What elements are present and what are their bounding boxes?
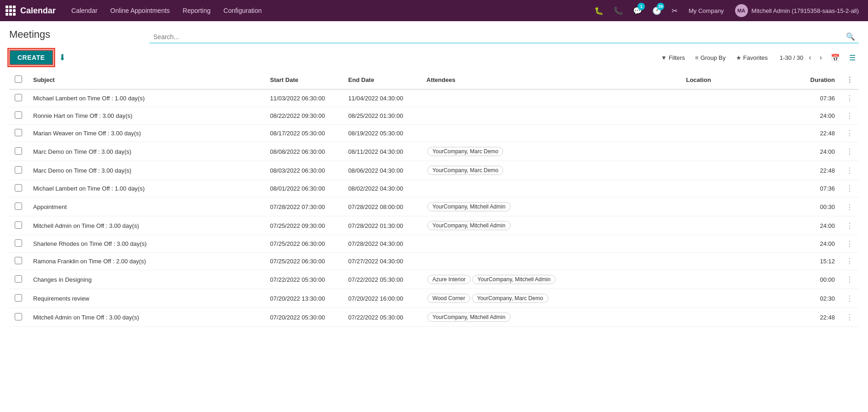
row-options-icon[interactable]: ⋮ [846, 276, 853, 284]
user-name: Mitchell Admin (17915358-saas-15-2-all) [752, 7, 859, 14]
create-button[interactable]: CREATE [9, 50, 53, 65]
attendee-badge[interactable]: YourCompany, Marc Demo [472, 294, 548, 303]
attendee-badge[interactable]: YourCompany, Mitchell Admin [427, 313, 511, 322]
favorites-button[interactable]: ★ Favorites [731, 52, 772, 64]
row-subject[interactable]: Changes in Designing [28, 270, 264, 289]
row-options-icon[interactable]: ⋮ [846, 313, 853, 321]
menu-item-reporting[interactable]: Reporting [176, 0, 217, 21]
row-duration: 07:36 [799, 89, 840, 107]
row-location [680, 308, 799, 327]
row-end-date: 07/27/2022 04:30:00 [343, 253, 421, 270]
row-options-icon[interactable]: ⋮ [846, 129, 853, 137]
attendee-badge[interactable]: YourCompany, Marc Demo [427, 147, 503, 156]
row-end-date: 07/20/2022 16:00:00 [343, 289, 421, 308]
row-checkbox[interactable] [15, 184, 22, 191]
pagination-info: 1-30 / 30 ‹ › 📅 ☰ [780, 52, 859, 64]
select-all-checkbox[interactable] [15, 75, 22, 83]
row-subject[interactable]: Sharlene Rhodes on Time Off : 3.00 day(s… [28, 235, 264, 253]
row-options-icon[interactable]: ⋮ [846, 112, 853, 120]
row-duration: 22:48 [799, 125, 840, 142]
row-duration: 24:00 [799, 216, 840, 235]
row-subject[interactable]: Marian Weaver on Time Off : 3.00 day(s) [28, 125, 264, 142]
col-header-attendees[interactable]: Attendees [421, 71, 680, 89]
row-subject[interactable]: Mitchell Admin on Time Off : 3.00 day(s) [28, 308, 264, 327]
row-options-icon[interactable]: ⋮ [846, 148, 853, 156]
row-checkbox[interactable] [15, 221, 22, 229]
row-checkbox[interactable] [15, 313, 22, 320]
apps-grid-icon[interactable] [6, 6, 16, 16]
row-subject[interactable]: Marc Demo on Time Off : 3.00 day(s) [28, 161, 264, 180]
col-header-location[interactable]: Location [680, 71, 799, 89]
row-checkbox[interactable] [15, 129, 22, 136]
search-input[interactable] [153, 33, 843, 41]
menu-item-online-appointments[interactable]: Online Appointments [104, 0, 176, 21]
search-icon[interactable]: 🔍 [846, 32, 855, 41]
row-options-icon[interactable]: ⋮ [846, 167, 853, 174]
row-options-icon[interactable]: ⋮ [846, 94, 853, 102]
filters-button[interactable]: ▼ Filters [656, 52, 690, 64]
attendee-badge[interactable]: YourCompany, Marc Demo [427, 166, 503, 175]
list-view-button[interactable]: ☰ [846, 52, 859, 64]
pagination-prev-button[interactable]: ‹ [806, 52, 814, 63]
scissors-icon-btn[interactable]: ✂ [668, 0, 681, 21]
filter-row: ▼ Filters ≡ Group By ★ Favorites [656, 52, 772, 64]
attendee-badge[interactable]: Azure Interior [427, 275, 471, 284]
row-end-date: 08/06/2022 04:30:00 [343, 161, 421, 180]
row-options-icon[interactable]: ⋮ [846, 240, 853, 248]
attendee-badge[interactable]: YourCompany, Mitchell Admin [472, 275, 556, 284]
row-checkbox-cell [9, 180, 28, 197]
row-options-icon[interactable]: ⋮ [846, 203, 853, 211]
top-navigation: Calendar Calendar Online Appointments Re… [0, 0, 868, 21]
menu-item-configuration[interactable]: Configuration [217, 0, 268, 21]
row-checkbox[interactable] [15, 203, 22, 210]
row-subject[interactable]: Ramona Franklin on Time Off : 2.00 day(s… [28, 253, 264, 270]
row-subject[interactable]: Marc Demo on Time Off : 3.00 day(s) [28, 142, 264, 161]
bug-icon-btn[interactable]: 🐛 [591, 0, 607, 21]
col-header-start-date[interactable]: Start Date [264, 71, 343, 89]
row-subject[interactable]: Mitchell Admin on Time Off : 3.00 day(s) [28, 216, 264, 235]
column-options-icon[interactable]: ⋮ [846, 76, 853, 84]
row-attendees: YourCompany, Marc Demo [421, 161, 680, 180]
row-checkbox[interactable] [15, 294, 22, 302]
table-row: Ramona Franklin on Time Off : 2.00 day(s… [9, 253, 859, 270]
row-checkbox[interactable] [15, 239, 22, 247]
row-subject[interactable]: Ronnie Hart on Time Off : 3.00 day(s) [28, 107, 264, 125]
attendee-badge[interactable]: Wood Corner [427, 294, 470, 303]
row-subject[interactable]: Requirements review [28, 289, 264, 308]
row-checkbox[interactable] [15, 111, 22, 119]
download-icon[interactable]: ⬇ [57, 51, 68, 64]
row-subject[interactable]: Appointment [28, 197, 264, 216]
row-subject[interactable]: Michael Lambert on Time Off : 1.00 day(s… [28, 180, 264, 197]
page-title: Meetings [9, 29, 50, 41]
clock-icon-btn[interactable]: 🕐 39 [649, 0, 665, 21]
row-checkbox[interactable] [15, 166, 22, 174]
row-checkbox-cell [9, 308, 28, 327]
bug-icon: 🐛 [594, 6, 604, 15]
row-checkbox[interactable] [15, 147, 22, 155]
row-options-icon[interactable]: ⋮ [846, 185, 853, 192]
company-name[interactable]: My Company [684, 7, 729, 14]
row-duration: 22:48 [799, 161, 840, 180]
row-checkbox[interactable] [15, 275, 22, 283]
col-header-duration[interactable]: Duration [799, 71, 840, 89]
attendee-badge[interactable]: YourCompany, Mitchell Admin [427, 202, 511, 211]
row-subject[interactable]: Michael Lambert on Time Off : 1.00 day(s… [28, 89, 264, 107]
pagination-next-button[interactable]: › [817, 52, 825, 63]
row-checkbox[interactable] [15, 257, 22, 264]
row-options-icon[interactable]: ⋮ [846, 257, 853, 265]
col-header-subject[interactable]: Subject [28, 71, 264, 89]
user-menu[interactable]: MA Mitchell Admin (17915358-saas-15-2-al… [731, 4, 862, 17]
row-options-icon[interactable]: ⋮ [846, 295, 853, 302]
row-options-cell: ⋮ [840, 253, 859, 270]
row-options-cell: ⋮ [840, 216, 859, 235]
col-header-end-date[interactable]: End Date [343, 71, 421, 89]
chat-icon-btn[interactable]: 💬 1 [629, 0, 646, 21]
calendar-view-button[interactable]: 📅 [828, 52, 843, 64]
row-options-icon[interactable]: ⋮ [846, 222, 853, 230]
attendee-badge[interactable]: YourCompany, Mitchell Admin [427, 221, 511, 230]
phone-icon-btn[interactable]: 📞 [610, 0, 627, 21]
row-checkbox[interactable] [15, 94, 22, 101]
menu-item-calendar[interactable]: Calendar [65, 0, 104, 21]
groupby-button[interactable]: ≡ Group By [690, 52, 730, 64]
main-content: Meetings 🔍 CREATE ⬇ ▼ Filters ≡ Group By [0, 21, 868, 334]
